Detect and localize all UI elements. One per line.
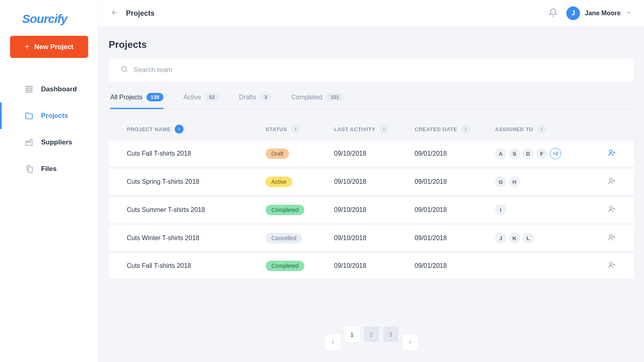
breadcrumb: Projects — [126, 9, 155, 18]
assignee-avatar[interactable]: G — [495, 176, 506, 187]
assignee-avatar[interactable]: D — [522, 148, 534, 159]
cell-status: Draft — [266, 148, 334, 159]
search-input[interactable] — [134, 66, 622, 74]
cell-project-name: Cuts Spring T-shirts 2018 — [127, 178, 266, 185]
cell-action — [608, 205, 616, 215]
svg-point-9 — [609, 262, 612, 265]
topbar: Projects J Jane Moore — [99, 0, 644, 27]
tab-all-projects[interactable]: All Projects 139 — [110, 93, 163, 109]
sidebar-item-dashboard[interactable]: Dashboard — [0, 76, 98, 103]
assignee-avatar[interactable]: L — [522, 232, 534, 244]
assignee-avatar[interactable]: S — [509, 148, 520, 159]
pagination: 1 2 3 — [109, 327, 634, 350]
cell-created-date: 09/01/2018 — [415, 150, 495, 157]
status-badge: Draft — [266, 148, 289, 159]
sort-icon[interactable] — [461, 125, 470, 134]
sort-icon[interactable] — [380, 125, 388, 134]
chevron-down-icon — [625, 9, 632, 17]
sidebar-item-label: Files — [41, 165, 57, 173]
grid-icon — [25, 85, 34, 94]
cell-project-name: Cuts Summer T-shirts 2018 — [127, 206, 266, 214]
new-project-label: New Project — [34, 43, 73, 51]
sidebar-item-label: Suppliers — [41, 138, 72, 146]
assignee-more[interactable]: +2 — [550, 148, 561, 159]
files-icon — [25, 165, 34, 173]
page-title: Projects — [109, 39, 634, 50]
add-user-icon[interactable] — [608, 261, 616, 271]
th-last-activity[interactable]: LAST ACTIVITY — [334, 125, 415, 134]
svg-point-5 — [609, 150, 612, 153]
sort-icon[interactable] — [537, 125, 546, 134]
cell-status: Completed — [266, 261, 334, 271]
back-arrow-icon[interactable] — [111, 8, 119, 18]
svg-rect-2 — [26, 90, 29, 93]
tab-count: 139 — [147, 93, 163, 101]
table-row[interactable]: Cuts Winter T-shirts 2018Cancelled09/10/… — [109, 225, 634, 251]
th-assigned-to[interactable]: ASSIGNED TO — [495, 125, 608, 134]
cell-created-date: 09/01/2018 — [415, 178, 495, 185]
pagination-next[interactable] — [402, 335, 418, 350]
table-row[interactable]: Cuts Fall T-shirts 2018Draft09/10/201809… — [109, 141, 634, 167]
cell-assigned-to: JKL — [495, 232, 608, 244]
cell-action — [608, 149, 616, 158]
svg-point-7 — [609, 206, 612, 209]
sidebar-item-files[interactable]: Files — [0, 156, 98, 182]
assignee-avatar[interactable]: F — [536, 148, 547, 159]
th-status[interactable]: STATUS — [266, 125, 334, 134]
svg-rect-1 — [30, 86, 32, 89]
status-badge: Completed — [266, 205, 304, 215]
th-project-name[interactable]: PROJECT NAME — [127, 125, 266, 134]
cell-last-activity: 09/10/2018 — [334, 262, 415, 269]
table-row[interactable]: Cuts Fall T-shirts 2018Completed09/10/20… — [109, 253, 634, 278]
table-row[interactable]: Cuts Summer T-shirts 2018Completed09/10/… — [109, 197, 634, 223]
table-row[interactable]: Cuts Spring T-shirts 2018Active09/10/201… — [109, 169, 634, 195]
cell-status: Active — [266, 177, 334, 187]
assignee-avatar[interactable]: K — [509, 232, 520, 244]
tab-drafts[interactable]: Drafts 3 — [239, 93, 271, 109]
folder-icon — [25, 111, 34, 120]
add-user-icon[interactable] — [608, 233, 616, 243]
add-user-icon[interactable] — [608, 177, 616, 187]
cell-project-name: Cuts Fall T-shirts 2018 — [127, 262, 266, 269]
assignee-avatar[interactable]: J — [495, 232, 506, 244]
factory-icon — [25, 138, 34, 147]
tab-label: Completed — [291, 94, 322, 101]
sidebar-item-suppliers[interactable]: Suppliers — [0, 129, 98, 156]
cell-last-activity: 09/10/2018 — [334, 234, 415, 242]
sort-icon[interactable] — [175, 125, 184, 134]
new-project-button[interactable]: + New Project — [10, 36, 88, 58]
add-user-icon[interactable] — [608, 149, 616, 158]
tabs: All Projects 139 Active 52 Drafts 3 Comp… — [109, 93, 634, 109]
tab-completed[interactable]: Completed 101 — [291, 93, 343, 109]
sidebar-nav: Dashboard Projects Suppliers Files — [0, 76, 98, 182]
bell-icon[interactable] — [549, 8, 557, 19]
add-user-icon[interactable] — [608, 205, 616, 215]
pagination-page-3[interactable]: 3 — [383, 327, 398, 342]
cell-project-name: Cuts Fall T-shirts 2018 — [127, 150, 266, 157]
tab-count: 101 — [326, 93, 343, 101]
assignee-avatar[interactable]: I — [495, 204, 506, 216]
content: Projects All Projects 139 Active 52 Draf… — [99, 27, 644, 362]
sidebar-item-projects[interactable]: Projects — [0, 103, 98, 129]
pagination-page-1[interactable]: 1 — [345, 327, 360, 342]
tab-label: Active — [184, 94, 201, 101]
assignee-avatar[interactable]: A — [495, 148, 506, 159]
status-badge: Completed — [266, 261, 304, 271]
cell-assigned-to: ASDF+2 — [495, 148, 608, 159]
sort-icon[interactable] — [291, 125, 300, 134]
user-menu[interactable]: J Jane Moore — [566, 6, 632, 20]
search-box[interactable] — [109, 58, 634, 82]
svg-rect-3 — [30, 90, 32, 93]
tab-count: 52 — [205, 93, 219, 101]
pagination-page-2[interactable]: 2 — [364, 327, 379, 342]
user-name: Jane Moore — [585, 10, 621, 17]
tab-active[interactable]: Active 52 — [184, 93, 219, 109]
plus-icon: + — [25, 42, 30, 51]
tab-count: 3 — [260, 93, 271, 101]
pagination-prev[interactable] — [325, 335, 341, 350]
assignee-avatar[interactable]: H — [509, 176, 520, 187]
cell-action — [608, 177, 616, 187]
svg-point-6 — [609, 178, 612, 181]
th-created-date[interactable]: CREATED DATE — [415, 125, 495, 134]
sidebar: Sourcify + New Project Dashboard Project… — [0, 0, 99, 362]
